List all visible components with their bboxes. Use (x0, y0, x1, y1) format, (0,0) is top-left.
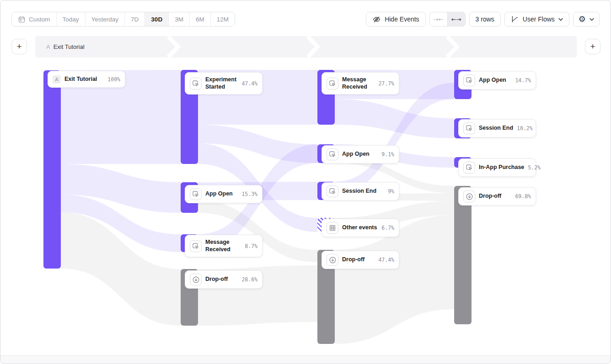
node-label: Drop-off (205, 276, 238, 283)
node-label: Session End (479, 125, 513, 132)
node-label: App Open (342, 151, 378, 158)
date-range-3m[interactable]: 3M (168, 12, 189, 26)
node-percentage: 47.4% (241, 80, 257, 87)
rows-label: 3 rows (476, 16, 494, 23)
node-percentage: 9.1% (381, 151, 394, 158)
event-cursor-icon (190, 240, 202, 252)
calendar-icon (18, 16, 26, 23)
date-range-today[interactable]: Today (56, 12, 85, 26)
step-badge: A (46, 43, 50, 50)
node-percentage: 10.2% (517, 125, 533, 132)
hide-events-button[interactable]: Hide Events (366, 12, 425, 26)
node-card-session-end[interactable]: Session End10.2% (458, 119, 536, 137)
grid-icon (327, 222, 338, 234)
node-label: Session End (342, 188, 384, 195)
add-step-left-button[interactable]: + (11, 39, 27, 54)
start-event-label: A Exit Tutorial (46, 36, 85, 58)
settings-dropdown[interactable]: ⚙ (573, 12, 600, 26)
event-cursor-icon (327, 148, 338, 160)
event-cursor-icon (463, 74, 475, 86)
expand-columns-button[interactable]: ←→ (447, 12, 465, 26)
node-percentage: 47.4% (378, 257, 394, 263)
collapse-expand-toggle: →← ←→ (429, 12, 466, 26)
collapse-columns-button[interactable]: →← (430, 12, 447, 26)
step-letter-badge: A (53, 75, 61, 84)
drop-off-icon (190, 274, 202, 285)
toolbar: CustomTodayYesterday7D30D3M6M12M Hide Ev… (11, 12, 600, 26)
event-cursor-icon (327, 78, 338, 90)
gear-icon: ⚙ (579, 15, 586, 23)
node-label: Exit Tutorial (64, 76, 104, 83)
event-cursor-icon (327, 185, 338, 197)
node-label: Other events (342, 224, 378, 232)
user-flows-page: CustomTodayYesterday7D30D3M6M12M Hide Ev… (0, 0, 611, 364)
arrows-collapse-icon: →← (434, 16, 444, 23)
node-card-drop-off[interactable]: Drop-off69.8% (458, 187, 536, 206)
sankey-bar-exit-tutorial[interactable] (43, 70, 61, 269)
date-range-yesterday[interactable]: Yesterday (85, 12, 125, 26)
flow-chart-icon (511, 15, 519, 23)
node-percentage: 100% (107, 76, 120, 83)
hide-events-label: Hide Events (385, 16, 419, 23)
date-range-6m[interactable]: 6M (189, 12, 210, 26)
chevron-down-icon (590, 18, 594, 21)
footer-scroll-strip[interactable] (0, 355, 611, 364)
node-card-app-open[interactable]: App Open15.3% (185, 185, 263, 203)
node-card-message-received[interactable]: Message Received8.7% (185, 235, 263, 257)
node-label: Message Received (205, 239, 241, 253)
flow-start-banner: A Exit Tutorial (35, 36, 577, 58)
sankey-bar-drop-off[interactable] (454, 186, 472, 324)
date-range-12m[interactable]: 12M (210, 12, 235, 26)
view-selector-dropdown[interactable]: User Flows (504, 12, 569, 26)
node-card-drop-off[interactable]: Drop-off28.6% (185, 270, 263, 289)
banner-chevron-separator (446, 36, 460, 58)
date-range-30d[interactable]: 30D (145, 12, 168, 26)
node-card-app-open[interactable]: App Open14.7% (458, 71, 536, 90)
node-label: Experiment Started (205, 76, 238, 90)
node-card-session-end[interactable]: Session End9% (322, 182, 399, 200)
start-event-title: Exit Tutorial (54, 43, 85, 50)
node-label: Message Received (342, 76, 375, 90)
node-percentage: 27.7% (378, 80, 394, 87)
node-percentage: 15.3% (241, 191, 257, 197)
event-cursor-icon (190, 188, 202, 200)
node-label: Drop-off (342, 256, 375, 264)
node-percentage: 69.8% (515, 193, 531, 200)
node-card-experiment-started[interactable]: Experiment Started47.4% (185, 72, 263, 95)
date-range-custom[interactable]: Custom (12, 12, 56, 26)
node-card-in-app-purchase[interactable]: In-App Purchase5.2% (458, 158, 536, 177)
drop-off-icon (327, 254, 338, 266)
event-cursor-icon (190, 78, 202, 90)
date-range-group: CustomTodayYesterday7D30D3M6M12M (11, 12, 235, 26)
node-card-message-received[interactable]: Message Received27.7% (322, 72, 399, 95)
node-percentage: 9% (388, 188, 394, 195)
arrows-expand-icon: ←→ (451, 16, 461, 23)
node-percentage: 5.2% (528, 164, 541, 171)
node-percentage: 28.6% (241, 276, 257, 283)
toolbar-right-cluster: Hide Events →← ←→ 3 rows (366, 12, 600, 26)
node-label: App Open (479, 77, 511, 84)
banner-chevron-separator (306, 36, 320, 58)
event-cursor-icon (463, 122, 475, 134)
drop-off-icon (463, 190, 475, 202)
node-card-drop-off[interactable]: Drop-off47.4% (322, 251, 399, 269)
node-label: App Open (205, 190, 238, 198)
node-percentage: 6.7% (381, 225, 394, 231)
date-range-7d[interactable]: 7D (124, 12, 145, 26)
banner-chevron-separator (167, 36, 181, 58)
eye-off-icon (372, 15, 381, 24)
node-percentage: 14.7% (515, 77, 531, 84)
add-step-right-button[interactable]: + (585, 39, 600, 54)
event-cursor-icon (463, 162, 475, 174)
node-card-exit-tutorial[interactable]: AExit Tutorial100% (48, 71, 125, 88)
node-percentage: 8.7% (245, 243, 257, 249)
chevron-down-icon (558, 18, 563, 21)
node-label: Drop-off (479, 193, 511, 200)
node-label: In-App Purchase (479, 164, 524, 171)
node-card-app-open[interactable]: App Open9.1% (322, 145, 399, 164)
rows-button[interactable]: 3 rows (469, 12, 501, 26)
node-card-other-events[interactable]: Other events6.7% (322, 219, 399, 237)
view-selector-label: User Flows (523, 16, 555, 23)
